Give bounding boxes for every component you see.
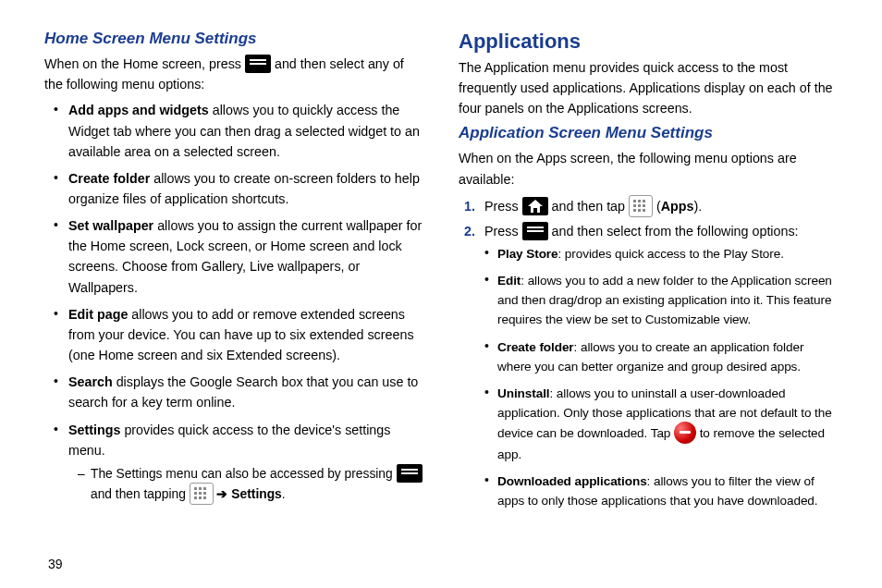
term: Add apps and widgets xyxy=(68,103,209,117)
list-item: Downloaded applications: allows you to f… xyxy=(486,472,838,510)
s1a: Press xyxy=(484,199,522,214)
term: Edit xyxy=(497,274,521,288)
list-item: Uninstall: allows you to uninstall a use… xyxy=(486,384,838,464)
term: Settings xyxy=(68,423,120,437)
s1e: ). xyxy=(694,199,703,214)
list-item: Settings provides quick access to the de… xyxy=(57,420,423,507)
steps-list: Press and then tap (Apps). Press and the… xyxy=(459,195,838,510)
home-options-list: Add apps and widgets allows you to quick… xyxy=(44,100,423,506)
list-item: Play Store: provides quick access to the… xyxy=(486,244,838,263)
apps-grid-icon xyxy=(629,195,653,217)
right-column: Applications The Application menu provid… xyxy=(459,30,838,518)
list-item: Create folder allows you to create on-sc… xyxy=(57,168,423,209)
desc: : provides quick access to the Play Stor… xyxy=(558,247,784,261)
list-item: Add apps and widgets allows you to quick… xyxy=(57,100,423,161)
applications-intro: The Application menu provides quick acce… xyxy=(459,57,838,118)
arrow-icon: ➔ xyxy=(216,487,227,501)
list-item: Edit page allows you to add or remove ex… xyxy=(57,304,423,365)
left-column: Home Screen Menu Settings When on the Ho… xyxy=(44,30,423,518)
term: Edit page xyxy=(68,307,128,322)
app-screen-menu-heading: Application Screen Menu Settings xyxy=(459,124,838,142)
sub-item: The Settings menu can also be accessed b… xyxy=(80,464,423,506)
sub-a: The Settings menu can also be accessed b… xyxy=(91,467,397,481)
menu-icon xyxy=(522,222,548,240)
remove-icon xyxy=(674,422,696,444)
intro-text-a: When on the Home screen, press xyxy=(44,56,245,71)
list-item: Edit: allows you to add a new folder to … xyxy=(486,271,838,329)
home-screen-menu-heading: Home Screen Menu Settings xyxy=(44,30,423,48)
menu-icon xyxy=(397,464,423,483)
s2b: and then select from the following optio… xyxy=(552,224,799,239)
apps-intro: When on the Apps screen, the following m… xyxy=(459,148,838,189)
desc: displays the Google Search box that you … xyxy=(68,374,418,410)
menu-icon xyxy=(245,55,271,73)
apps-label: Apps xyxy=(661,199,694,214)
list-item: Create folder: allows you to create an a… xyxy=(486,337,838,376)
term: Set wallpaper xyxy=(68,218,153,233)
page-number: 39 xyxy=(48,557,63,571)
list-item: Search displays the Google Search box th… xyxy=(57,372,423,412)
home-icon xyxy=(522,197,548,215)
settings-label: Settings xyxy=(231,487,281,501)
step-2: Press and then select from the following… xyxy=(484,220,838,510)
term: Search xyxy=(68,374,113,389)
s1b: and then tap xyxy=(552,199,629,214)
list-item: Set wallpaper allows you to assign the c… xyxy=(57,215,423,298)
apps-grid-icon xyxy=(190,483,214,505)
home-intro: When on the Home screen, press and then … xyxy=(44,54,423,94)
desc: : allows you to add a new folder to the … xyxy=(497,274,832,326)
term: Play Store xyxy=(497,247,558,261)
sub-b: and then tapping xyxy=(91,487,190,501)
s2a: Press xyxy=(484,224,522,239)
term: Uninstall xyxy=(497,386,550,400)
term: Downloaded applications xyxy=(497,474,647,488)
options-list: Play Store: provides quick access to the… xyxy=(484,244,838,510)
term: Create folder xyxy=(68,171,150,186)
applications-heading: Applications xyxy=(459,30,838,54)
step-1: Press and then tap (Apps). xyxy=(484,195,838,218)
term: Create folder xyxy=(497,340,574,354)
